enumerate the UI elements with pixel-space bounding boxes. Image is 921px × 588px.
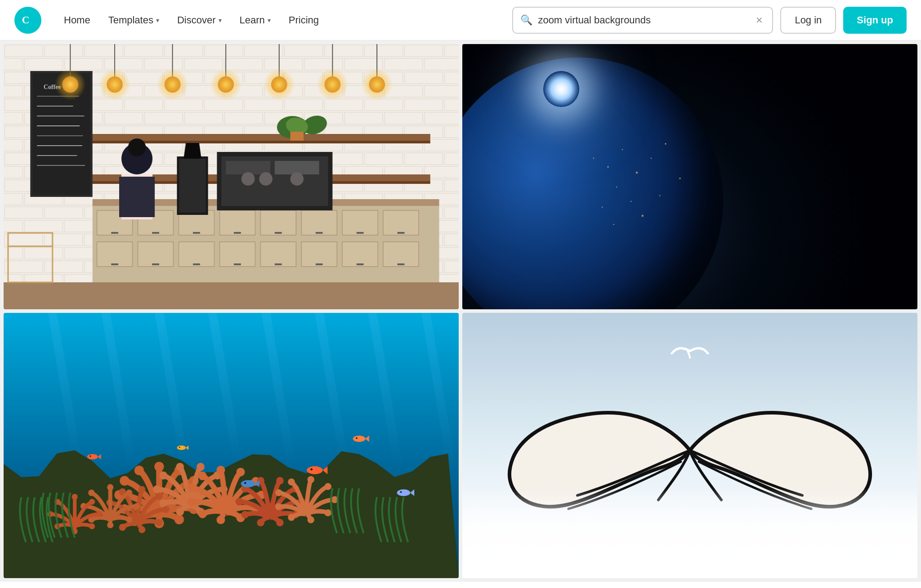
- nav-discover[interactable]: Discover ▾: [169, 10, 230, 31]
- discover-chevron-icon: ▾: [219, 17, 222, 24]
- canva-logo[interactable]: C: [14, 7, 41, 34]
- signup-button[interactable]: Sign up: [843, 7, 907, 34]
- search-box: 🔍 ✕: [512, 7, 773, 34]
- search-icon: 🔍: [520, 14, 532, 26]
- sun-glow: [543, 71, 579, 107]
- learn-chevron-icon: ▾: [268, 17, 271, 24]
- svg-text:C: C: [22, 14, 29, 26]
- nav-home[interactable]: Home: [56, 10, 98, 31]
- template-coffee-shop[interactable]: [4, 44, 459, 309]
- template-coral-reef[interactable]: [4, 313, 459, 578]
- search-area: 🔍 ✕ Log in Sign up: [512, 7, 907, 34]
- nav-learn[interactable]: Learn ▾: [232, 10, 279, 31]
- search-input[interactable]: [538, 14, 754, 26]
- nav-templates[interactable]: Templates ▾: [100, 10, 167, 31]
- clear-icon[interactable]: ✕: [754, 13, 765, 27]
- templates-chevron-icon: ▾: [156, 17, 159, 24]
- content-grid: [0, 40, 921, 582]
- login-button[interactable]: Log in: [780, 7, 836, 34]
- template-space-earth[interactable]: [462, 44, 917, 309]
- nav-pricing[interactable]: Pricing: [281, 10, 327, 31]
- nav-links: Home Templates ▾ Discover ▾ Learn ▾ Pric…: [56, 10, 509, 31]
- clouds: [462, 488, 917, 578]
- navbar: C Home Templates ▾ Discover ▾ Learn ▾ Pr…: [0, 0, 921, 40]
- template-angel-wings[interactable]: [462, 313, 917, 578]
